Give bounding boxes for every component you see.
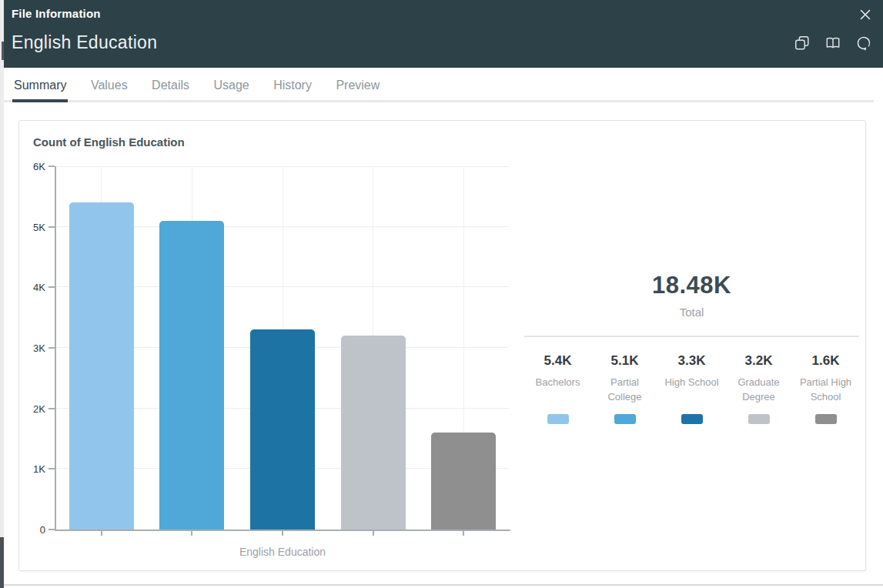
x-axis-tick (191, 531, 192, 536)
x-axis-label: English Education (56, 546, 509, 558)
tab-history[interactable]: History (272, 68, 313, 100)
legend-swatch-partial-college (614, 414, 636, 424)
stat-value-graduate-degree: 3.2K (727, 353, 790, 369)
summary-panel: 18.48K Total 5.4KBachelors5.1KPartial Co… (524, 121, 859, 424)
stat-label-bachelors: Bachelors (527, 376, 589, 411)
window-title: File Information (12, 7, 101, 20)
x-axis-tick (282, 531, 283, 536)
y-axis-tick (48, 468, 55, 469)
tab-preview-label: Preview (336, 79, 380, 92)
tab-details-label: Details (152, 79, 189, 92)
stat-label-partial-college: Partial College (594, 376, 656, 411)
plot-area: 01K2K3K4K5K6K (56, 166, 509, 530)
stat-value-partial-high-school: 1.6K (794, 353, 857, 369)
summary-divider (524, 336, 859, 337)
header-actions (794, 35, 872, 52)
y-axis-tick-label: 1K (15, 463, 45, 475)
summary-card: Count of English Education 01K2K3K4K5K6K… (18, 120, 866, 571)
stat-partial-high-school: 1.6KPartial High School (792, 353, 859, 424)
total-value: 18.48K (524, 272, 859, 299)
x-axis-tick (101, 531, 102, 536)
stat-label-partial-high-school: Partial High School (794, 376, 857, 411)
tab-details[interactable]: Details (150, 68, 191, 100)
bar-high-school[interactable] (250, 329, 315, 530)
file-information-dialog: File Information English Education (4, 0, 883, 588)
legend-swatch-graduate-degree (748, 414, 770, 424)
stat-label-high-school: High School (661, 376, 723, 411)
stat-bachelors: 5.4KBachelors (524, 353, 591, 424)
tab-bar: Summary Values Details Usage History Pre… (4, 68, 874, 102)
bar-partial-college[interactable] (159, 221, 224, 530)
bar-bachelors[interactable] (69, 202, 134, 530)
refresh-icon[interactable] (855, 35, 872, 52)
tab-summary[interactable]: Summary (12, 68, 68, 100)
tab-summary-label: Summary (14, 79, 66, 92)
y-axis-tick (48, 286, 55, 288)
tab-usage-label: Usage (213, 79, 249, 92)
legend-swatch-bachelors (547, 414, 569, 424)
y-axis-tick-label: 2K (15, 403, 45, 414)
stats-row: 5.4KBachelors5.1KPartial College3.3KHigh… (524, 353, 859, 424)
stat-graduate-degree: 3.2KGraduate Degree (725, 353, 792, 424)
page-title: English Education (12, 32, 157, 53)
y-axis-tick-label: 6K (15, 161, 45, 172)
dialog-bottom-edge (0, 584, 883, 586)
dialog-titlebar: File Information English Education (4, 0, 883, 68)
stat-value-high-school: 3.3K (661, 353, 723, 369)
total-label: Total (524, 306, 859, 319)
y-axis-line (55, 166, 56, 531)
y-axis-tick (48, 408, 55, 409)
x-axis-line (55, 530, 510, 531)
bar-graduate-degree[interactable] (341, 336, 406, 530)
chart-title: Count of English Education (33, 135, 185, 149)
stat-value-partial-college: 5.1K (594, 353, 656, 369)
y-axis-tick (48, 529, 55, 530)
tab-usage[interactable]: Usage (212, 68, 250, 100)
legend-swatch-high-school (681, 414, 703, 424)
bar-partial-high-school[interactable] (431, 433, 496, 530)
legend-swatch-partial-high-school (815, 414, 837, 424)
x-axis-tick (373, 531, 374, 536)
y-axis-tick (48, 165, 55, 167)
x-axis-tick (463, 531, 464, 536)
y-axis-tick (48, 226, 55, 228)
left-strip-handle (2, 42, 4, 60)
open-book-icon[interactable] (824, 35, 841, 52)
stat-label-graduate-degree: Graduate Degree (727, 376, 790, 411)
y-axis-tick-label: 4K (15, 282, 45, 293)
tab-values[interactable]: Values (89, 68, 129, 100)
duplicate-page-icon[interactable] (794, 35, 811, 52)
tab-values-label: Values (91, 79, 128, 92)
stat-value-bachelors: 5.4K (527, 353, 589, 369)
close-icon[interactable] (858, 8, 872, 22)
left-strip-footer (0, 537, 4, 588)
stat-high-school: 3.3KHigh School (658, 353, 725, 424)
y-axis-tick-label: 0 (15, 524, 45, 536)
stat-partial-college: 5.1KPartial College (591, 353, 658, 424)
y-axis-tick-label: 5K (15, 221, 45, 232)
y-axis-tick (48, 347, 55, 349)
tab-preview[interactable]: Preview (334, 68, 381, 100)
left-edge-strip (0, 0, 4, 588)
y-axis-tick-label: 3K (15, 342, 45, 354)
tab-history-label: History (273, 79, 312, 92)
active-tab-underline (12, 99, 68, 102)
